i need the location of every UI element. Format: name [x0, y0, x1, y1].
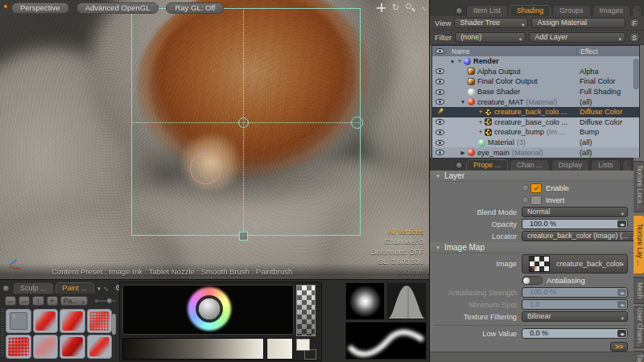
visibility-cell[interactable] [432, 79, 447, 84]
tree-row[interactable]: +creature_base_colo ...Diffuse Color [432, 117, 639, 128]
eye-icon[interactable] [436, 150, 444, 155]
maximize-icon[interactable]: ↔ [101, 282, 112, 293]
s-button[interactable]: S [629, 32, 640, 43]
add-channel-icon[interactable]: + [456, 57, 463, 65]
texture-filtering-dropdown[interactable]: Bilinear [522, 311, 628, 322]
eye-icon[interactable] [436, 68, 444, 74]
tree-row[interactable]: Base ShaderFull Shading [432, 87, 639, 97]
add-layer-dropdown[interactable]: Add Layer [529, 32, 625, 43]
3d-viewport[interactable]: Perspective Advanced OpenGL Ray GL: Off … [0, 0, 429, 279]
brush-stroke-preview[interactable] [345, 322, 427, 360]
tab-channels[interactable]: Chan ... [510, 159, 550, 171]
eye-icon[interactable] [436, 99, 444, 105]
image-dropdown[interactable]: creature_back_color [522, 254, 628, 274]
thumbnail-size-slider[interactable] [95, 297, 116, 305]
tree-row[interactable]: Final Color OutputFinal Color [432, 76, 639, 87]
side-tab-texture-lay[interactable]: Texture Lay ... [634, 215, 644, 274]
filter-dropdown[interactable]: (none) [455, 32, 526, 43]
invert-checkbox[interactable] [522, 195, 542, 205]
eye-icon[interactable] [436, 89, 444, 95]
tree-row[interactable]: Alpha OutputAlpha [432, 67, 639, 77]
brush-preset-thumbnail[interactable] [87, 335, 113, 359]
value-gradient-slider[interactable] [122, 338, 264, 360]
side-tab-tags[interactable]: Tags [634, 351, 644, 362]
add-preset-button[interactable]: + [47, 296, 58, 306]
tab-shading[interactable]: Shading [510, 5, 551, 16]
mini-slider-icon[interactable]: ◀▶ [617, 330, 626, 337]
visibility-cell[interactable] [432, 150, 447, 155]
mini-slider-icon[interactable]: ◀▶ [617, 220, 626, 228]
tab-sculpt[interactable]: Sculp ... [13, 282, 54, 294]
rotate-icon[interactable]: ↻ [392, 3, 399, 12]
more-options-button[interactable]: >> [610, 342, 628, 352]
region-right-handle[interactable] [351, 117, 363, 129]
expander-icon[interactable]: ▼ [448, 59, 456, 64]
hue-wheel-center[interactable] [199, 298, 220, 319]
add-tab-button[interactable]: + [632, 5, 642, 16]
tree-row[interactable]: Material(3)(all) [432, 138, 639, 148]
alpha-checker-strip[interactable] [296, 285, 316, 336]
visibility-cell[interactable] [432, 119, 447, 125]
brush-preset-thumbnail[interactable] [6, 335, 31, 359]
preset-scrollbar[interactable] [112, 314, 116, 335]
assign-material-button[interactable]: Assign Material [531, 18, 625, 28]
add-channel-icon[interactable]: + [477, 128, 484, 136]
eye-icon[interactable] [436, 130, 444, 135]
layer-section-header[interactable]: ▼Layer [430, 171, 634, 182]
tree-row[interactable]: ▼+Render [432, 56, 639, 67]
paintbrush-icon[interactable] [436, 108, 444, 116]
expander-icon[interactable]: ▼ [459, 99, 467, 105]
side-tab-user-chann[interactable]: User Chann... [634, 306, 644, 348]
blend-mode-dropdown[interactable]: Normal [522, 207, 628, 217]
panel-drag-handle[interactable] [1, 309, 4, 357]
add-channel-icon[interactable]: + [477, 108, 484, 116]
tree-row[interactable]: ▼creature_MAT(Material)(all) [432, 97, 639, 107]
tree-row[interactable]: +creature_bump(Im ...Bump [432, 127, 639, 138]
foreground-color-swatch[interactable] [296, 339, 310, 351]
current-value-swatch[interactable] [266, 338, 293, 360]
region-center-handle[interactable] [238, 117, 249, 128]
viewport-corner-widget[interactable] [3, 4, 8, 9]
eye-icon[interactable] [436, 79, 444, 84]
brush-preset-thumbnail[interactable] [33, 309, 59, 333]
maximize-icon[interactable]: ↔ [419, 2, 429, 14]
raygl-button[interactable]: Ray GL: Off [166, 2, 224, 14]
brush-tip-preview[interactable] [345, 282, 385, 320]
tab-dropdown-caret-icon[interactable]: ▼ [97, 286, 101, 291]
eye-icon[interactable] [436, 119, 444, 125]
tree-row[interactable]: ▶eye_main(Material)(all) [432, 147, 639, 158]
preset-path-dropdown[interactable]: Pa... [60, 296, 88, 306]
pan-icon[interactable] [377, 3, 386, 12]
back-button[interactable]: ← [5, 296, 16, 306]
tab-lists[interactable]: Lists [591, 159, 621, 171]
visibility-cell[interactable] [432, 99, 447, 105]
visibility-cell[interactable] [432, 130, 447, 135]
panel-knob-icon[interactable] [2, 285, 10, 292]
brush-preset-thumbnail[interactable] [60, 309, 85, 333]
forward-button[interactable]: → [19, 296, 30, 306]
opengl-mode-button[interactable]: Advanced OpenGL [76, 2, 159, 14]
side-tab-texture-loca[interactable]: Texture Loca... [634, 161, 644, 212]
tab-paint[interactable]: Paint ... [56, 282, 95, 294]
perspective-button[interactable]: Perspective [11, 2, 69, 14]
image-map-section-header[interactable]: ▼Image Map [430, 242, 634, 253]
tab-properties[interactable]: Prope ... [466, 159, 508, 171]
brush-preset-thumbnail[interactable] [60, 335, 85, 359]
add-tab-button[interactable]: + [622, 159, 632, 171]
add-channel-icon[interactable]: + [477, 118, 484, 126]
panel-knob-icon[interactable] [456, 162, 463, 169]
preset-folder-up[interactable]: ↑ [6, 309, 31, 333]
visibility-cell[interactable] [432, 68, 447, 74]
eye-icon[interactable] [436, 140, 444, 146]
tree-row[interactable]: +creature_back_colo ...Diffuse Color [432, 107, 639, 117]
shader-tree-scrollbar[interactable] [634, 59, 638, 89]
region-bottom-handle[interactable] [239, 232, 248, 241]
tab-images[interactable]: Images [592, 5, 631, 16]
f-button[interactable]: F [629, 18, 640, 28]
hue-wheel-box[interactable] [122, 285, 294, 335]
tab-groups[interactable]: Groups [552, 5, 591, 16]
visibility-cell[interactable] [432, 89, 447, 95]
visibility-cell[interactable] [432, 140, 447, 146]
brush-preset-thumbnail[interactable] [33, 335, 59, 359]
up-directory-button[interactable]: ↑ [32, 296, 43, 306]
